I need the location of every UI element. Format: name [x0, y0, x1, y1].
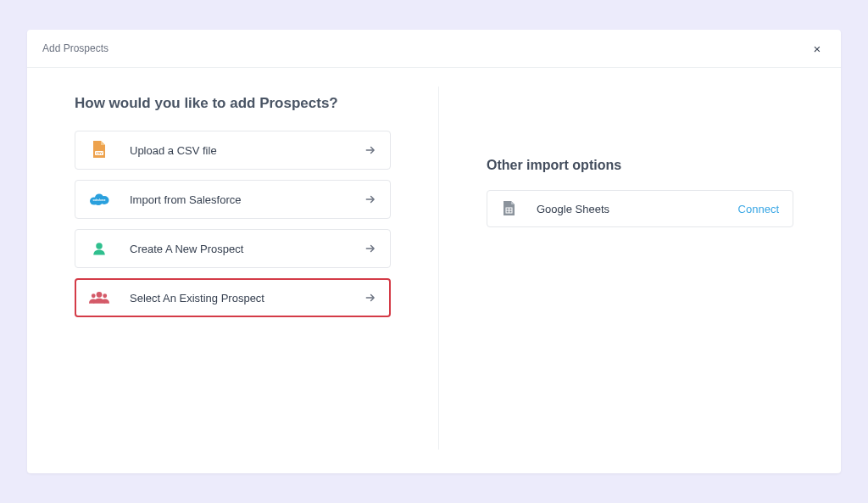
question-heading: How would you like to add Prospects?	[75, 95, 391, 112]
option-label: Import from Salesforce	[130, 193, 364, 206]
google-sheets-label: Google Sheets	[537, 203, 738, 215]
modal-body: How would you like to add Prospects? csv…	[27, 68, 841, 473]
option-create-new-prospect[interactable]: Create A New Prospect	[75, 229, 391, 268]
arrow-right-icon	[364, 243, 376, 254]
svg-text:salesforce: salesforce	[93, 198, 106, 202]
option-label: Create A New Prospect	[130, 243, 364, 255]
left-column: How would you like to add Prospects? csv…	[75, 87, 439, 450]
arrow-right-icon	[364, 193, 376, 205]
google-sheets-icon	[501, 201, 516, 216]
option-label: Select An Existing Prospect	[130, 292, 364, 305]
svg-point-11	[97, 292, 103, 298]
connect-link[interactable]: Connect	[738, 203, 779, 215]
option-label: Upload a CSV file	[130, 144, 364, 157]
arrow-right-icon	[364, 144, 376, 156]
csv-file-icon: csv	[89, 143, 109, 158]
other-import-heading: Other import options	[487, 158, 793, 173]
svg-point-12	[92, 293, 96, 298]
add-prospects-modal: Add Prospects × How would you like to ad…	[27, 30, 841, 473]
salesforce-icon: salesforce	[89, 192, 109, 207]
option-import-salesforce[interactable]: salesforce Import from Salesforce	[75, 180, 391, 219]
modal-header: Add Prospects ×	[27, 30, 841, 68]
users-icon	[89, 290, 109, 305]
user-icon	[89, 241, 109, 256]
right-column: Other import options Google Sheets Conne…	[439, 87, 793, 450]
svg-point-9	[96, 243, 103, 249]
svg-text:csv: csv	[96, 151, 103, 155]
option-upload-csv[interactable]: csv Upload a CSV file	[75, 131, 391, 170]
arrow-right-icon	[364, 292, 376, 304]
option-select-existing-prospect[interactable]: Select An Existing Prospect	[75, 278, 391, 317]
svg-point-13	[103, 293, 107, 298]
other-import-google-sheets: Google Sheets Connect	[487, 190, 793, 227]
modal-title: Add Prospects	[42, 42, 108, 54]
close-button[interactable]: ×	[809, 40, 826, 57]
